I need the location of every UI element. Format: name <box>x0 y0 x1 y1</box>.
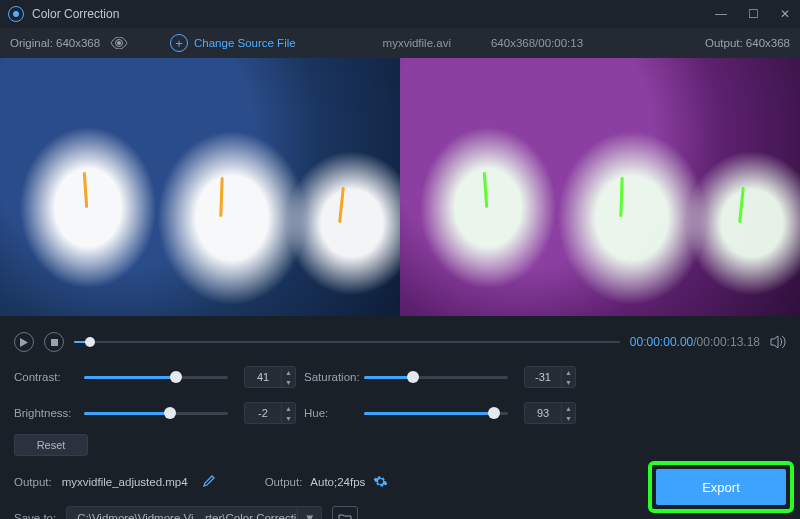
brightness-spinner[interactable]: -2 ▲▼ <box>244 402 296 424</box>
color-sliders: Contrast: 41 ▲▼ Saturation: -31 ▲▼ Brigh… <box>0 362 800 424</box>
original-resolution-label: Original: 640x368 <box>10 37 100 49</box>
reset-button[interactable]: Reset <box>14 434 88 456</box>
output-settings-gear-icon[interactable] <box>373 474 388 491</box>
play-button[interactable] <box>14 332 34 352</box>
playback-bar: 00:00:00.00/00:00:13.18 <box>0 322 800 362</box>
open-folder-button[interactable] <box>332 506 358 519</box>
brightness-value: -2 <box>245 407 281 419</box>
contrast-down[interactable]: ▼ <box>282 377 295 387</box>
preview-toggle-icon[interactable] <box>110 37 128 49</box>
saturation-value: -31 <box>525 371 561 383</box>
change-source-file-button[interactable]: + Change Source File <box>170 34 296 52</box>
svg-point-0 <box>117 41 121 45</box>
output-settings-value: Auto;24fps <box>310 476 365 488</box>
saturation-label: Saturation: <box>304 371 364 383</box>
export-button[interactable]: Export <box>656 469 786 505</box>
save-path-text: C:\Vidmore\Vidmore Vi…rter\Color Correct… <box>67 512 297 519</box>
export-highlight: Export <box>648 461 794 513</box>
brightness-down[interactable]: ▼ <box>282 413 295 423</box>
hue-spinner[interactable]: 93 ▲▼ <box>524 402 576 424</box>
preview-adjusted-pane <box>400 58 800 316</box>
hue-up[interactable]: ▲ <box>562 403 575 413</box>
window-title: Color Correction <box>32 7 119 21</box>
hue-slider[interactable] <box>364 406 508 420</box>
volume-icon[interactable] <box>770 335 786 349</box>
preview-split <box>0 58 800 316</box>
source-dims-duration: 640x368/00:00:13 <box>491 37 583 49</box>
save-to-label: Save to: <box>14 512 56 519</box>
output-settings-label: Output: <box>265 476 303 488</box>
plus-circle-icon: + <box>170 34 188 52</box>
saturation-up[interactable]: ▲ <box>562 367 575 377</box>
title-bar: Color Correction — ☐ ✕ <box>0 0 800 28</box>
saturation-spinner[interactable]: -31 ▲▼ <box>524 366 576 388</box>
maximize-button[interactable]: ☐ <box>746 7 760 21</box>
playback-time: 00:00:00.00/00:00:13.18 <box>630 335 760 349</box>
app-logo-icon <box>8 6 24 22</box>
minimize-button[interactable]: — <box>714 7 728 21</box>
saturation-down[interactable]: ▼ <box>562 377 575 387</box>
seek-slider[interactable] <box>74 335 620 349</box>
total-time: 00:00:13.18 <box>697 335 760 349</box>
contrast-value: 41 <box>245 371 281 383</box>
brightness-up[interactable]: ▲ <box>282 403 295 413</box>
svg-rect-1 <box>51 339 58 346</box>
current-time: 00:00:00.00 <box>630 335 693 349</box>
hue-label: Hue: <box>304 407 364 419</box>
contrast-label: Contrast: <box>14 371 84 383</box>
window-controls: — ☐ ✕ <box>714 7 792 21</box>
brightness-label: Brightness: <box>14 407 84 419</box>
hue-down[interactable]: ▼ <box>562 413 575 423</box>
output-file-label: Output: <box>14 476 52 488</box>
output-resolution-label: Output: 640x368 <box>670 37 790 49</box>
contrast-slider[interactable] <box>84 370 228 384</box>
save-path-chevron-icon[interactable]: ▼ <box>297 507 321 519</box>
output-filename: myxvidfile_adjusted.mp4 <box>62 476 188 488</box>
rename-output-icon[interactable] <box>202 475 215 490</box>
saturation-slider[interactable] <box>364 370 508 384</box>
change-source-label: Change Source File <box>194 37 296 49</box>
contrast-spinner[interactable]: 41 ▲▼ <box>244 366 296 388</box>
contrast-up[interactable]: ▲ <box>282 367 295 377</box>
save-path-dropdown[interactable]: C:\Vidmore\Vidmore Vi…rter\Color Correct… <box>66 506 322 519</box>
preview-original-pane <box>0 58 400 316</box>
close-button[interactable]: ✕ <box>778 7 792 21</box>
stop-button[interactable] <box>44 332 64 352</box>
source-info-bar: Original: 640x368 + Change Source File m… <box>0 28 800 58</box>
source-filename: myxvidfile.avi <box>383 37 451 49</box>
hue-value: 93 <box>525 407 561 419</box>
brightness-slider[interactable] <box>84 406 228 420</box>
